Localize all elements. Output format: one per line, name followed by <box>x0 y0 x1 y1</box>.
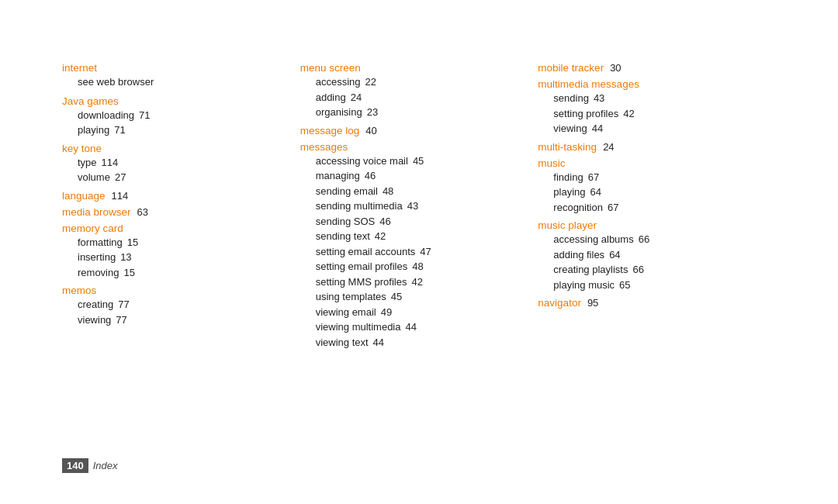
sub-item-num: 45 <box>413 154 424 169</box>
entry-header-navigator: navigator <box>538 297 581 309</box>
sub-item-num: 23 <box>367 105 378 120</box>
entry-header-music: music <box>538 157 760 169</box>
entry-mobile-tracker: mobile tracker30 <box>538 62 760 74</box>
sub-item-text: sending <box>553 91 589 106</box>
entry-header-java-games: Java games <box>62 95 285 107</box>
sub-item-num: 47 <box>420 244 431 260</box>
sub-item-text: managing <box>316 168 360 184</box>
sub-item-text: viewing email <box>316 305 376 320</box>
page-label: Index <box>93 460 118 471</box>
column-col3: mobile tracker30multimedia messagessendi… <box>538 62 776 450</box>
entry-header-language: language <box>62 190 106 202</box>
sub-item-num: 71 <box>139 108 150 123</box>
sub-item-text: volume <box>78 170 110 185</box>
sub-item-text: playing music <box>553 278 615 293</box>
sub-item-num: 27 <box>115 170 126 185</box>
list-item: sending multimedia43 <box>316 198 523 214</box>
sub-item-num: 46 <box>379 214 390 230</box>
sub-item-num: 42 <box>411 274 422 290</box>
sub-item-text: adding files <box>553 247 604 263</box>
sub-item-num: 13 <box>120 250 131 265</box>
entry-multimedia-messages: multimedia messagessending43setting prof… <box>538 78 760 136</box>
entry-header-menu-screen: menu screen <box>300 62 523 74</box>
sub-item-text: playing <box>553 185 585 200</box>
sub-item-num: 44 <box>373 335 384 350</box>
entry-messages: messagesaccessing voice mail45managing46… <box>300 141 523 350</box>
sub-item-text: sending text <box>316 229 370 244</box>
list-item: sending SOS46 <box>316 214 523 230</box>
index-columns: internetsee web browserJava gamesdownloa… <box>62 62 776 450</box>
sub-item-text: sending email <box>316 184 378 199</box>
sub-item-text: using templates <box>316 289 386 305</box>
sub-item-text: setting profiles <box>553 106 618 122</box>
sub-items-memos: creating77viewing77 <box>62 297 285 327</box>
list-item: sending email48 <box>316 184 523 199</box>
sub-item-text: setting MMS profiles <box>316 274 407 290</box>
sub-item-text: accessing albums <box>553 232 633 247</box>
sub-item-num: 48 <box>412 259 423 274</box>
sub-items-menu-screen: accessing22adding24organising23 <box>300 74 523 120</box>
footer: 140 Index <box>62 458 776 473</box>
list-item: downloading71 <box>78 108 285 123</box>
list-item: accessing albums66 <box>553 232 760 247</box>
list-item: viewing multimedia44 <box>316 319 523 335</box>
list-item: type114 <box>78 155 285 171</box>
entry-num-message-log: 40 <box>365 125 376 136</box>
list-item: sending text42 <box>316 229 523 244</box>
sub-items-music-player: accessing albums66adding files64creating… <box>538 232 760 292</box>
list-item: setting MMS profiles42 <box>316 274 523 290</box>
sub-item-text: finding <box>553 170 583 185</box>
sub-item-text: setting email profiles <box>316 259 408 274</box>
sub-item-text: viewing <box>553 121 587 136</box>
list-item: sending43 <box>553 91 760 106</box>
sub-item-num: 49 <box>381 305 392 320</box>
sub-item-text: playing <box>78 123 109 138</box>
entry-header-messages: messages <box>300 141 523 153</box>
list-item: viewing text44 <box>316 335 523 350</box>
sub-item-num: 42 <box>375 229 386 244</box>
sub-item-text: inserting <box>78 250 116 265</box>
list-item: setting email profiles48 <box>316 259 523 274</box>
sub-item-num: 71 <box>114 123 125 138</box>
list-item: adding24 <box>316 90 523 105</box>
sub-item-num: 42 <box>623 106 634 122</box>
entry-num-language: 114 <box>112 190 129 202</box>
entry-key-tone: key tonetype114volume27 <box>62 143 285 185</box>
list-item: viewing44 <box>553 121 760 136</box>
list-item: viewing email49 <box>316 305 523 320</box>
page: internetsee web browserJava gamesdownloa… <box>0 0 838 504</box>
sub-item-text: creating <box>78 297 113 312</box>
entry-num-multi-tasking: 24 <box>603 141 614 153</box>
entry-num-navigator: 95 <box>587 297 598 309</box>
entry-memos: memoscreating77viewing77 <box>62 285 285 327</box>
sub-item-num: 64 <box>590 185 601 200</box>
sub-item-text: formatting <box>78 235 123 250</box>
list-item: playing64 <box>553 185 760 200</box>
sub-item-num: 48 <box>383 184 393 199</box>
list-item: accessing22 <box>316 74 523 90</box>
entry-music-player: music playeraccessing albums66adding fil… <box>538 219 760 292</box>
entry-header-mobile-tracker: mobile tracker <box>538 62 604 74</box>
entry-header-media-browser: media browser <box>62 206 131 218</box>
entry-navigator: navigator95 <box>538 297 760 309</box>
list-item: formatting15 <box>78 235 285 250</box>
sub-item-text: removing <box>78 265 119 281</box>
sub-items-messages: accessing voice mail45managing46sending … <box>300 154 523 350</box>
page-number: 140 <box>62 458 88 473</box>
sub-item-text: organising <box>316 105 362 120</box>
entry-num-mobile-tracker: 30 <box>610 62 621 74</box>
list-item: removing15 <box>78 265 285 281</box>
entry-num-media-browser: 63 <box>137 206 148 218</box>
sub-item-num: 64 <box>609 247 620 263</box>
sub-item-num: 44 <box>592 121 603 136</box>
sub-item-text: adding <box>316 90 346 105</box>
sub-item-text: viewing <box>78 312 111 328</box>
sub-item-num: 66 <box>639 232 649 247</box>
entry-java-games: Java gamesdownloading71playing71 <box>62 95 285 138</box>
entry-header-music-player: music player <box>538 219 760 231</box>
sub-item-num: 22 <box>365 74 376 90</box>
entry-multi-tasking: multi-tasking24 <box>538 141 760 153</box>
list-item: volume27 <box>78 170 285 185</box>
sub-item-num: 44 <box>406 319 417 335</box>
sub-item-text: creating playlists <box>553 262 628 278</box>
